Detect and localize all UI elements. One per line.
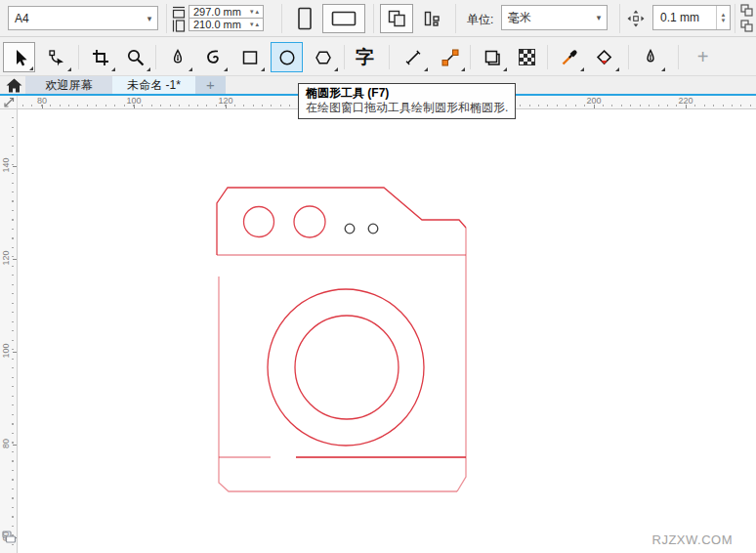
chevron-down-icon: ▾ [591, 13, 607, 22]
ruler-tick [13, 352, 17, 353]
separator [373, 4, 374, 33]
flyout-indicator [147, 67, 150, 71]
tool-curve[interactable] [196, 42, 229, 72]
separator [735, 4, 735, 33]
ellipse-tool-tooltip: 椭圆形工具 (F7) 在绘图窗口拖动工具绘制圆形和椭圆形. [298, 83, 516, 119]
tool-crop[interactable] [84, 42, 116, 72]
tool-outline-pen[interactable] [634, 42, 666, 72]
paper-width-value: 297.0 mm [189, 6, 248, 18]
tool-pick[interactable] [3, 42, 35, 72]
drawing-segment [217, 188, 466, 255]
separator [281, 4, 282, 33]
tool-drop-shadow[interactable] [476, 42, 508, 72]
chevron-down-icon: ▾ [142, 14, 157, 23]
spinner-icons[interactable]: ▾▴ [248, 21, 263, 28]
ruler-label: 140 [1, 155, 11, 175]
pages-overlap-icon[interactable] [2, 531, 17, 544]
ruler-tick [13, 259, 17, 260]
separator [344, 45, 345, 69]
drawing-segment [219, 276, 457, 491]
flyout-indicator [334, 67, 338, 71]
drawing-circle [295, 316, 399, 419]
text-tool-glyph: 字 [356, 45, 374, 70]
drawing-canvas[interactable]: RJZXW.COM [18, 109, 756, 553]
separator [628, 45, 629, 69]
flyout-indicator [615, 67, 619, 71]
spinner-icons[interactable]: ▾▴ [248, 8, 263, 16]
all-pages-same-size-button[interactable] [380, 4, 413, 33]
separator [389, 45, 390, 69]
drawing-circle [294, 206, 325, 237]
flyout-indicator [424, 67, 428, 71]
tool-ellipse[interactable] [271, 42, 303, 72]
duplicate-distance-y-icon[interactable] [739, 19, 755, 33]
ruler-tick [134, 105, 135, 108]
different-page-sizes-button[interactable] [417, 4, 446, 33]
flyout-indicator [111, 67, 115, 71]
paper-height-value: 210.0 mm [189, 19, 248, 30]
drawing-circle [368, 224, 378, 234]
ruler-origin-icon [2, 96, 16, 109]
flyout-indicator [224, 67, 228, 71]
drawing-segment [457, 228, 466, 491]
tool-zoom[interactable] [119, 42, 151, 72]
new-document-tab-button[interactable]: + [195, 76, 226, 94]
tool-transparency[interactable] [511, 42, 543, 72]
drawing-circle [345, 224, 355, 234]
tool-pen[interactable] [161, 42, 193, 72]
flyout-indicator [29, 66, 33, 70]
ruler-tick [13, 445, 17, 446]
ruler-tick [226, 105, 227, 108]
tab-untitled-document[interactable]: 未命名 -1* [112, 76, 195, 94]
units-select[interactable]: 毫米 ▾ [501, 5, 608, 30]
flyout-indicator [461, 67, 465, 71]
toolbox: 字 [0, 37, 756, 76]
separator [155, 45, 156, 69]
flyout-indicator [261, 67, 265, 71]
duplicate-distance-x-icon[interactable] [739, 3, 755, 18]
spinner-updown[interactable]: ▲▼ [716, 6, 730, 29]
tooltip-title: 椭圆形工具 (F7) [306, 86, 508, 101]
separator [78, 45, 79, 69]
separator [455, 4, 456, 33]
portrait-button[interactable] [291, 4, 318, 33]
tool-rectangle[interactable] [233, 42, 266, 72]
tool-line[interactable] [397, 42, 429, 72]
separator [547, 45, 548, 69]
vertical-ruler[interactable]: 1401201008060 [0, 109, 18, 553]
ruler-label: 80 [1, 434, 11, 453]
tool-smart-fill[interactable] [588, 42, 620, 72]
tool-connector[interactable] [434, 42, 466, 72]
page-size-select[interactable]: A4 ▾ [8, 6, 158, 30]
plus-icon: + [697, 46, 709, 68]
nudge-distance-value: 0.1 mm [653, 11, 716, 24]
separator [470, 45, 471, 69]
paper-height-field[interactable]: 210.0 mm ▾▴ [189, 18, 264, 31]
tab-welcome-screen[interactable]: 欢迎屏幕 [25, 76, 112, 94]
tool-text[interactable]: 字 [349, 42, 381, 72]
separator [619, 4, 620, 33]
nudge-offset-icon [626, 9, 646, 28]
watermark: RJZXW.COM [652, 532, 734, 547]
add-tool-button[interactable]: + [687, 42, 719, 72]
tool-shape[interactable] [40, 42, 72, 72]
tool-polygon[interactable] [307, 42, 339, 72]
flyout-indicator [67, 67, 71, 71]
paper-width-field[interactable]: 297.0 mm ▾▴ [189, 5, 264, 19]
home-icon[interactable] [6, 78, 25, 93]
ruler-origin-button[interactable] [0, 96, 18, 109]
ruler-tick [13, 166, 17, 167]
drawing-circle [244, 207, 274, 237]
landscape-button[interactable] [322, 4, 365, 33]
nudge-distance-field[interactable]: 0.1 mm ▲▼ [652, 5, 731, 30]
paper-height-icon [171, 20, 187, 32]
separator [678, 45, 679, 69]
ruler-tick [686, 105, 687, 108]
flyout-indicator [503, 67, 507, 71]
paper-width-icon [171, 6, 187, 19]
page-size-value: A4 [9, 12, 142, 25]
tool-color-eyedropper[interactable] [553, 42, 585, 72]
property-bar: A4 ▾ 297.0 mm ▾▴ 210.0 mm ▾▴ [0, 0, 756, 37]
tooltip-description: 在绘图窗口拖动工具绘制圆形和椭圆形. [306, 101, 508, 114]
ruler-label: 120 [1, 248, 11, 268]
